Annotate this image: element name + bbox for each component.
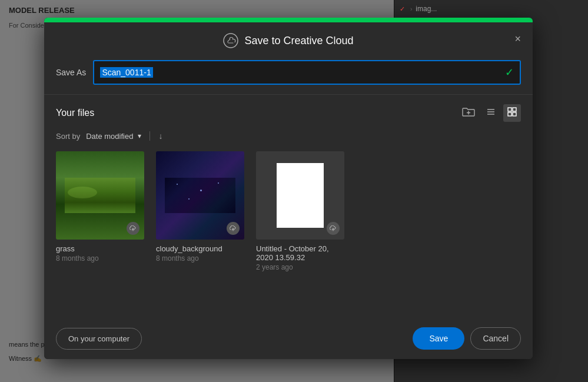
file-date-grass: 8 months ago bbox=[56, 254, 144, 263]
chevron-down-icon: ▾ bbox=[138, 132, 141, 140]
file-thumbnail-untitled bbox=[256, 151, 344, 240]
svg-rect-9 bbox=[513, 112, 516, 116]
cancel-button[interactable]: Cancel bbox=[470, 327, 521, 350]
file-name-cloud: cloudy_background bbox=[156, 244, 244, 253]
modal-title-group: Save to Creative Cloud bbox=[223, 33, 353, 48]
on-computer-button[interactable]: On your computer bbox=[56, 328, 142, 350]
save-as-input-container[interactable]: Scan_0011-1 ✓ bbox=[93, 60, 521, 85]
file-name-grass: grass bbox=[56, 244, 144, 253]
cloud-image bbox=[165, 178, 235, 213]
svg-rect-6 bbox=[508, 108, 511, 111]
file-date-cloud: 8 months ago bbox=[156, 254, 244, 263]
new-folder-button[interactable] bbox=[459, 104, 479, 122]
cloud-upload-icon-untitled bbox=[327, 222, 340, 235]
modal-close-button[interactable]: × bbox=[512, 31, 523, 46]
save-as-input-value: Scan_0011-1 bbox=[100, 67, 152, 78]
grass-highlight bbox=[68, 187, 97, 198]
file-item-untitled[interactable]: Untitled - October 20, 2020 13.59.32 2 y… bbox=[256, 151, 344, 271]
view-controls bbox=[459, 104, 521, 122]
grass-image bbox=[65, 178, 135, 213]
creative-cloud-logo bbox=[223, 33, 238, 48]
footer-right-buttons: Save Cancel bbox=[413, 327, 521, 350]
save-button[interactable]: Save bbox=[413, 327, 464, 350]
list-view-button[interactable] bbox=[482, 104, 500, 122]
sort-divider bbox=[150, 131, 150, 141]
file-date-untitled: 2 years ago bbox=[256, 263, 344, 271]
sort-label: Sort by bbox=[56, 132, 80, 141]
white-document-preview bbox=[277, 163, 324, 228]
modal-title: Save to Creative Cloud bbox=[244, 35, 353, 47]
modal-top-bar bbox=[44, 18, 533, 22]
input-checkmark-icon: ✓ bbox=[505, 66, 514, 79]
panel-item-images[interactable]: ✓ › imag... bbox=[394, 3, 588, 15]
sort-select[interactable]: Date modified ▾ bbox=[86, 132, 141, 141]
file-thumbnail-grass bbox=[56, 151, 144, 240]
svg-rect-7 bbox=[513, 108, 516, 111]
save-as-row: Save As Scan_0011-1 ✓ bbox=[44, 55, 533, 94]
svg-point-0 bbox=[224, 34, 238, 48]
modal-footer: On your computer Save Cancel bbox=[44, 318, 533, 359]
save-to-cloud-modal: Save to Creative Cloud × Save As Scan_00… bbox=[44, 18, 533, 359]
chevron-right-icon: › bbox=[410, 6, 412, 12]
grid-view-button[interactable] bbox=[503, 104, 521, 122]
files-grid: grass 8 months ago bbox=[56, 151, 521, 271]
cloud-upload-icon-cloud bbox=[227, 222, 240, 235]
sort-row: Sort by Date modified ▾ ↓ bbox=[56, 131, 521, 141]
file-name-untitled: Untitled - October 20, 2020 13.59.32 bbox=[256, 244, 344, 262]
file-item-grass[interactable]: grass 8 months ago bbox=[56, 151, 144, 271]
check-icon: ✓ bbox=[400, 5, 408, 13]
file-thumbnail-cloud bbox=[156, 151, 244, 240]
files-title: Your files bbox=[56, 108, 94, 118]
cloud-upload-icon-grass bbox=[127, 222, 139, 235]
files-section: Your files bbox=[44, 95, 533, 277]
svg-rect-8 bbox=[508, 112, 511, 116]
modal-header: Save to Creative Cloud × bbox=[44, 22, 533, 55]
file-item-cloud[interactable]: cloudy_background 8 months ago bbox=[156, 151, 244, 271]
files-header: Your files bbox=[56, 104, 521, 122]
sort-direction-icon[interactable]: ↓ bbox=[158, 131, 162, 141]
save-as-label: Save As bbox=[56, 68, 86, 77]
